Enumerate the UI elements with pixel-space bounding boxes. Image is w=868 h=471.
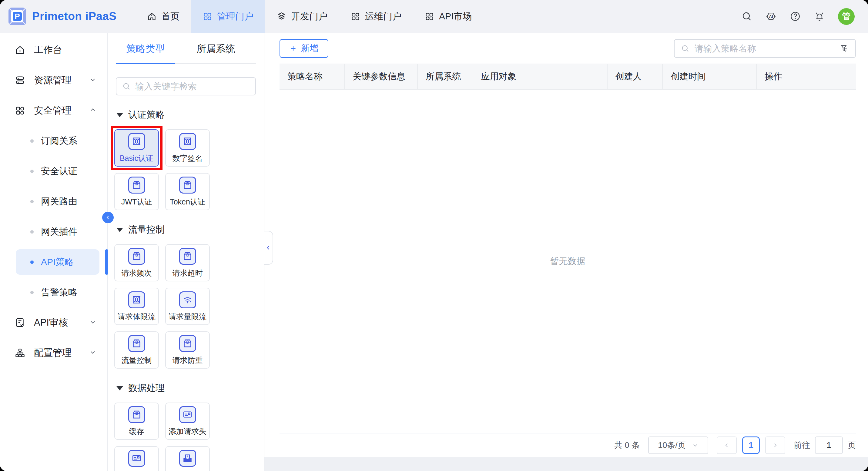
- policy-card-add-request-header[interactable]: 添加请求头: [165, 403, 210, 440]
- policy-card-cache[interactable]: 缓存: [114, 403, 159, 440]
- triangle-down-icon: [117, 228, 123, 232]
- nav-item-ops-portal[interactable]: 运维门户: [339, 0, 413, 33]
- section-header-data-processing[interactable]: 数据处理: [117, 382, 264, 394]
- sidebar-item-api-policy[interactable]: API策略: [16, 249, 99, 275]
- sidebar-item-gateway-routes[interactable]: 网关路由: [0, 186, 107, 216]
- pager: 1: [717, 436, 785, 454]
- app-logo: P Primeton iPaaS: [0, 0, 108, 33]
- sidebar-collapse-button[interactable]: [102, 212, 114, 223]
- policy-card-flow-control[interactable]: 流量控制: [114, 331, 159, 369]
- policy-card-request-dedupe[interactable]: 请求防重: [165, 331, 210, 369]
- tab-owning-system[interactable]: 所属系统: [186, 42, 246, 63]
- nav-item-label: 开发门户: [291, 10, 328, 23]
- nav-item-api-market[interactable]: API市场: [413, 0, 483, 33]
- box-icon: [128, 177, 145, 194]
- wifi-icon: [179, 291, 196, 308]
- home-icon: [147, 11, 157, 22]
- chevron-left-icon: [105, 214, 111, 221]
- sitemap-icon: [14, 347, 26, 358]
- panel-collapse-handle[interactable]: [264, 231, 273, 265]
- box-icon: [128, 406, 145, 423]
- sidebar-item-subscriptions[interactable]: 订阅关系: [0, 126, 107, 156]
- policy-card-add-response-header[interactable]: 添加响应头: [114, 446, 159, 471]
- nav-item-admin-portal[interactable]: 管理门户: [191, 0, 265, 33]
- sidebar-item-alert-policy[interactable]: 告警策略: [0, 277, 107, 307]
- goto-page-input[interactable]: [815, 436, 843, 454]
- bridge-icon: [179, 133, 196, 150]
- sidebar-item-gateway-plugins[interactable]: 网关插件: [0, 216, 107, 247]
- column-header-actions: 操作: [756, 64, 856, 89]
- sidebar-item-security-auth[interactable]: 安全认证: [0, 156, 107, 186]
- triangle-down-icon: [117, 386, 123, 391]
- sidebar: 工作台 资源管理 安全管理 订阅关系: [0, 33, 108, 471]
- bridge-icon: [128, 291, 145, 308]
- policy-card-request-timeout[interactable]: 请求超时: [165, 244, 210, 281]
- policy-panel: 策略类型 所属系统 认证策略 Basic认证: [108, 33, 265, 471]
- plus-icon: [289, 44, 297, 53]
- nav-item-label: 运维门户: [365, 10, 401, 23]
- topbar-actions: AI 管: [741, 0, 868, 33]
- bullet-icon: [30, 139, 34, 143]
- next-page-button[interactable]: [765, 436, 785, 454]
- policy-search-input[interactable]: [694, 44, 835, 54]
- nav-item-dev-portal[interactable]: 开发门户: [265, 0, 339, 33]
- page-size-select[interactable]: 10条/页: [648, 436, 708, 454]
- search-icon[interactable]: [741, 10, 752, 22]
- top-nav: 首页 管理门户 开发门户 运维门户 API市场: [135, 0, 483, 33]
- data-processing-cards: 缓存 添加请求头 添加响应头: [114, 403, 258, 471]
- bell-icon[interactable]: [814, 10, 825, 22]
- sidebar-item-api-review[interactable]: API审核: [0, 307, 107, 338]
- logo-icon: P: [8, 7, 26, 25]
- ai-assistant-icon[interactable]: AI: [765, 10, 777, 22]
- box-icon: [179, 177, 196, 194]
- keyword-search-box[interactable]: [116, 77, 256, 95]
- grid-icon: [425, 11, 434, 22]
- chevron-down-icon: [89, 317, 96, 328]
- home-icon: [14, 44, 26, 56]
- bullet-icon: [30, 261, 34, 264]
- inbox-icon: [179, 450, 196, 467]
- filter-icon[interactable]: [839, 44, 849, 53]
- policy-card-request-body-limit[interactable]: 请求体限流: [114, 288, 159, 325]
- panel-tabs: 策略类型 所属系统: [116, 33, 256, 64]
- policy-card-jwt-auth[interactable]: JWT认证: [114, 173, 159, 210]
- topbar: P Primeton iPaaS 首页 管理门户 开发门户 运维门户: [0, 0, 868, 33]
- policy-card-basic-auth[interactable]: Basic认证: [114, 129, 159, 167]
- section-header-flow-control[interactable]: 流量控制: [117, 224, 264, 236]
- policy-list-card: 新增 策略名称 关键参数信息: [265, 33, 868, 457]
- column-header-key-params: 关键参数信息: [344, 64, 417, 89]
- tab-policy-type[interactable]: 策略类型: [116, 42, 175, 63]
- keyword-search-input[interactable]: [135, 81, 250, 92]
- user-avatar[interactable]: 管: [838, 8, 855, 25]
- column-header-policy-name: 策略名称: [280, 64, 344, 89]
- policy-card-digital-signature[interactable]: 数字签名: [165, 129, 210, 167]
- section-header-auth-policy[interactable]: 认证策略: [117, 109, 264, 121]
- svg-text:AI: AI: [769, 14, 773, 19]
- chevron-down-icon: [89, 347, 96, 358]
- goto-page: 前往 页: [794, 436, 856, 454]
- nav-item-home[interactable]: 首页: [135, 0, 191, 33]
- column-header-applied-object: 应用对象: [473, 64, 607, 89]
- prev-page-button[interactable]: [717, 436, 737, 454]
- sidebar-item-security[interactable]: 安全管理: [0, 95, 107, 126]
- current-page-button[interactable]: 1: [742, 436, 760, 454]
- bullet-icon: [30, 200, 34, 203]
- chevron-down-icon: [89, 75, 96, 86]
- policy-search-box[interactable]: [674, 39, 856, 58]
- policy-card-header-dedupe[interactable]: 头部去重: [165, 446, 210, 471]
- chevron-down-icon: [692, 442, 699, 448]
- column-header-created-time: 创建时间: [662, 64, 756, 89]
- help-icon[interactable]: [789, 10, 801, 22]
- sidebar-item-resource[interactable]: 资源管理: [0, 65, 107, 95]
- toolbar: 新增: [265, 33, 868, 64]
- sidebar-item-config[interactable]: 配置管理: [0, 338, 107, 368]
- id-card-icon: [128, 450, 145, 467]
- policy-card-request-volume-limit[interactable]: 请求量限流: [165, 288, 210, 325]
- sidebar-item-workbench[interactable]: 工作台: [0, 35, 107, 65]
- logo-text: Primeton iPaaS: [32, 10, 117, 23]
- id-card-icon: [179, 406, 196, 423]
- policy-card-token-auth[interactable]: Token认证: [165, 173, 210, 210]
- policy-card-request-frequency[interactable]: 请求频次: [114, 244, 159, 281]
- policy-table: 策略名称 关键参数信息 所属系统 应用对象 创建人 创建时间 操作 暂无数据 共…: [280, 64, 856, 457]
- add-policy-button[interactable]: 新增: [280, 39, 328, 58]
